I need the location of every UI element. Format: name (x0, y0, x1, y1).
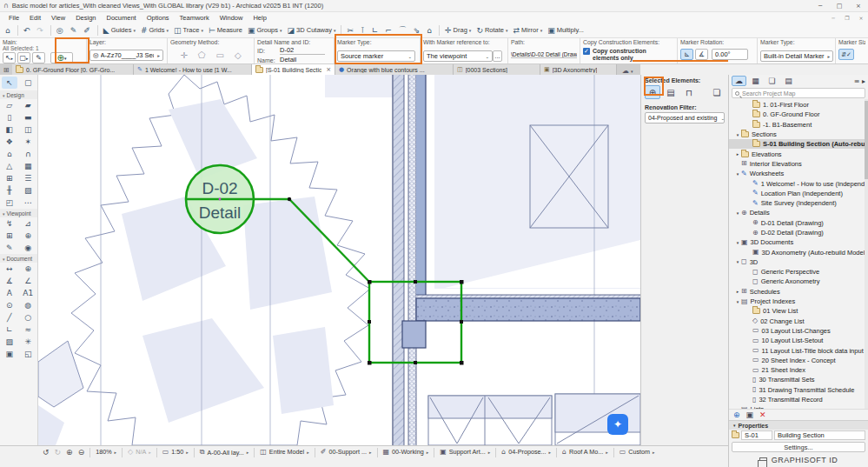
tree-scrollbar[interactable] (865, 99, 868, 409)
menu-file[interactable]: File (3, 14, 24, 22)
viewpoint-id-field[interactable]: S-01 (741, 430, 772, 440)
marker-type-select[interactable]: Source marker⌄ (337, 50, 415, 62)
undo-button[interactable]: ↶ (21, 23, 35, 37)
line-tool[interactable]: ╱ (2, 311, 17, 324)
tree-item[interactable]: ▸⊞Schedules (729, 287, 868, 297)
trim-button[interactable]: ∟ (369, 23, 383, 37)
fillet-button[interactable]: ⌒ (396, 23, 411, 37)
open-folder-icon[interactable]: ❏ (709, 85, 725, 99)
angle-dimension-tool[interactable]: ∠ (20, 275, 36, 287)
text-tool[interactable]: A (2, 287, 17, 299)
pen-set-control[interactable]: ✐00-Support ...▸ (318, 448, 374, 456)
tree-item[interactable]: ◻Generic Perspective (729, 267, 868, 277)
doc-close-button[interactable]: × (854, 15, 868, 21)
tree-item[interactable]: ▭10 Layout List-Setout (729, 336, 868, 345)
adjust-button[interactable]: ⊺ (358, 23, 369, 37)
circle-tool[interactable]: ○ (20, 311, 36, 324)
menu-document[interactable]: Document (102, 14, 142, 22)
transfer-settings-button[interactable]: ✐ (81, 23, 95, 37)
tree-item[interactable]: 01 View List (729, 306, 868, 316)
orientation-control[interactable]: ◇N/A▸ (125, 448, 154, 456)
tree-item[interactable]: ◻Generic Axonometry (729, 277, 868, 286)
tree-item[interactable]: ⊕D-02 Detail (Drawing) (729, 228, 868, 237)
geometry-rectangle-icon[interactable]: ▭ (215, 50, 223, 60)
tree-item[interactable]: ▸Elevations (729, 149, 868, 158)
zoom-next-button[interactable]: ↻ (52, 448, 64, 457)
camera-tool[interactable]: ◉ (20, 242, 36, 254)
project-map-button[interactable]: ☁ (732, 76, 746, 86)
clone-folder-button[interactable]: ▣ (746, 410, 754, 419)
tab-item[interactable]: ▣[3D Axonometry] (540, 64, 617, 75)
tree-item[interactable]: ▯31 Drawing Transmittal Schedule (729, 385, 868, 395)
tree-item[interactable]: ▭20 Sheet Index - Concept (729, 356, 868, 365)
minimize-button[interactable]: ─ (811, 3, 830, 10)
tree-item[interactable]: ▾⊕Details (729, 208, 868, 217)
partial-structure-control[interactable]: ◫Entire Model▸ (257, 448, 311, 456)
roof-tool[interactable]: ⌂ (2, 148, 17, 160)
tree-item[interactable]: ◇02 Change List (729, 317, 868, 326)
opening-tool[interactable]: ◰ (2, 197, 17, 209)
tree-item[interactable]: ▾▤Lists (729, 404, 868, 409)
railing-tool[interactable]: ╫ (2, 184, 17, 197)
tree-item[interactable]: ⊕D-01 Detail (Drawing) (729, 218, 868, 228)
tree-item[interactable]: ⊞Interior Elevations (729, 159, 868, 169)
interior-elevation-tool[interactable]: ⊞ (2, 230, 17, 242)
more-tools[interactable]: ⋯ (20, 197, 36, 209)
rotation-fixed-button[interactable]: ⊾ (680, 49, 693, 60)
intersect-button[interactable]: ⌐ (382, 23, 396, 37)
door-tool[interactable]: ◧ (2, 123, 17, 136)
design-option-control[interactable]: ⌂Roof A Mo...▸ (560, 448, 611, 456)
eyedropper-button[interactable]: ✎ (32, 52, 45, 63)
menu-view[interactable]: View (46, 14, 70, 22)
marker-size-button[interactable]: ⇵✓ (838, 49, 854, 60)
scale-control[interactable]: ▭1:50▸ (160, 448, 191, 456)
zoom-in-button[interactable]: ⊕ (63, 448, 76, 457)
tree-item[interactable]: ▾Sections (729, 130, 868, 139)
arrow-tool-button[interactable]: ↖▸ (3, 52, 16, 63)
radial-dimension-tool[interactable]: ∡ (2, 275, 17, 287)
beam-tool[interactable]: ▬ (20, 111, 36, 123)
viewpoint-name-field[interactable]: Building Section (774, 430, 865, 440)
drawing-canvas[interactable]: D-02 Detail ✦ (38, 75, 640, 445)
ai-assistant-button[interactable]: ✦ (607, 414, 628, 435)
morph-tool[interactable]: △ (2, 160, 17, 172)
detail-tool[interactable]: ⊕ (20, 230, 36, 242)
close-button[interactable]: × (849, 3, 868, 10)
tree-item[interactable]: ✎1 Welcome! - How to use (Independent) (729, 178, 868, 188)
builtin-marker-select[interactable]: Built-in Detail Marker▸ (760, 50, 833, 62)
pick-up-parameters-button[interactable]: ◎ (54, 23, 68, 37)
expander-icon[interactable]: ▾ (734, 407, 741, 409)
settings-button[interactable]: Settings... (732, 442, 865, 452)
curtain-wall-tool[interactable]: ⊞ (2, 172, 17, 184)
menu-edit[interactable]: Edit (24, 14, 46, 22)
tree-item[interactable]: ✎Site Survey (Independent) (729, 198, 868, 208)
tree-item[interactable]: S-01 Building Section (Auto-rebuild Mode… (729, 139, 868, 149)
arrow-tool[interactable]: ↖ (2, 77, 17, 89)
dimension-style-control[interactable]: ▭Custom▸ (617, 448, 658, 456)
lamp-tool[interactable]: ✶ (20, 136, 36, 148)
tab-item[interactable]: ✎1 Welcome! - How to use [1 W... (134, 64, 252, 75)
menu-teamwork[interactable]: Teamwork (175, 14, 215, 22)
geometry-point-icon[interactable]: ✛ (180, 50, 187, 60)
renovation-filter-control[interactable]: ⌂04-Propose...▸ (499, 448, 553, 456)
multiply-button[interactable]: ▣Multiply... (545, 23, 586, 37)
marker-reference-select[interactable]: The viewpoint⌄ (423, 50, 493, 62)
level-dimension-tool[interactable]: ⊕ (20, 263, 36, 275)
worksheet-tool[interactable]: ✎ (2, 242, 17, 254)
detail-element-icon[interactable]: ⊕ (645, 85, 660, 99)
grids-button[interactable]: #Grids▾ (138, 23, 171, 37)
search-input[interactable]: Search Project Map (732, 88, 865, 98)
expander-icon[interactable]: ▾ (734, 171, 741, 177)
tree-item[interactable]: -1. B1-Basement (729, 120, 868, 130)
view-map-button[interactable]: ▦ (748, 76, 763, 86)
properties-header[interactable]: ▾Properties (729, 420, 868, 430)
drawing-tool[interactable]: ◱ (20, 348, 36, 360)
wall-tool[interactable]: ▱ (2, 99, 17, 111)
object-tool[interactable]: ❖ (2, 136, 17, 148)
guides-button[interactable]: ◣Guides▾ (101, 23, 138, 37)
maximize-button[interactable]: □ (830, 3, 849, 10)
dimension-tool[interactable]: ↔ (2, 263, 17, 275)
tab-active[interactable]: [S-01 Building Section]× (252, 64, 335, 75)
tree-item[interactable]: ▾▣3D Documents (729, 237, 868, 247)
figure-tool[interactable]: ▣ (2, 348, 17, 360)
